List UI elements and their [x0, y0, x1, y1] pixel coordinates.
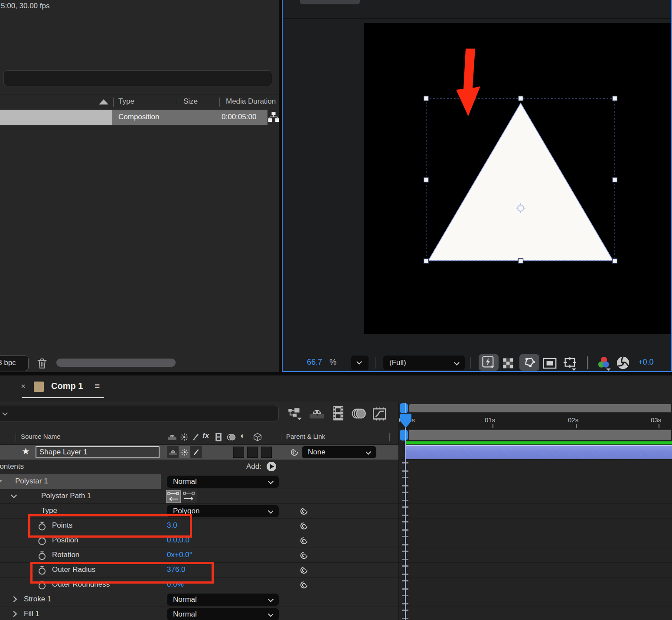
composition-canvas[interactable] — [283, 0, 672, 353]
contents-label: Contents — [0, 462, 24, 470]
pick-whip-icon[interactable] — [290, 447, 299, 457]
column-source-name[interactable]: Source Name — [21, 433, 61, 440]
shy-guy-icon — [169, 449, 177, 456]
shy-guy-icon[interactable] — [309, 406, 325, 421]
layer-switch-box-1[interactable] — [233, 447, 244, 458]
trash-icon[interactable] — [36, 357, 48, 370]
current-time-indicator-line[interactable] — [405, 427, 406, 620]
motion-blur-icon[interactable] — [351, 406, 367, 421]
panel-gap-vertical[interactable] — [279, 0, 282, 372]
project-item-meta-cell[interactable]: Composition 0:00:05:00 — [112, 110, 267, 125]
path-direction-right-button[interactable] — [182, 490, 197, 503]
render-progress-bar — [406, 441, 672, 444]
composition-info-text: 5:00, 30.00 fps — [1, 2, 49, 10]
panel-menu-icon[interactable]: ≡ — [95, 381, 100, 391]
row-contents[interactable]: Contents Add: — [0, 460, 672, 474]
flowchart-icon[interactable] — [288, 407, 304, 421]
column-size[interactable]: Size — [183, 97, 198, 106]
pick-whip-icon[interactable] — [299, 565, 309, 575]
type-label: Type — [41, 506, 57, 515]
quality-slash-icon — [193, 448, 200, 456]
pick-whip-icon[interactable] — [299, 550, 309, 561]
stroke-blend-dropdown[interactable]: Normal — [167, 594, 279, 606]
checkerboard-icon[interactable] — [502, 357, 514, 369]
project-item-name-cell[interactable] — [0, 110, 112, 125]
flowchart-icon[interactable] — [268, 112, 279, 122]
playhead-top-marker[interactable] — [405, 403, 406, 413]
path-direction-left-button[interactable] — [166, 490, 181, 503]
pick-whip-icon[interactable] — [299, 535, 309, 546]
parent-dropdown[interactable]: None — [302, 446, 376, 458]
row-stroke-1[interactable]: Stroke 1 Normal — [0, 592, 672, 607]
work-area-bar[interactable] — [409, 430, 671, 440]
timeline-search-input[interactable] — [0, 405, 279, 421]
timeline-tab-bar: × Comp 1 ≡ — [0, 375, 672, 401]
shutter-icon[interactable] — [616, 356, 630, 370]
layer-duration-bar[interactable] — [406, 445, 672, 459]
fast-previews-button[interactable] — [479, 354, 499, 371]
rgb-channels-icon[interactable] — [597, 356, 611, 371]
timeline-tab-title[interactable]: Comp 1 — [51, 381, 83, 391]
time-ruler[interactable]: 0:00s 01s 02s 03s — [399, 413, 672, 429]
rotation-value[interactable]: 0x+0.0° — [167, 551, 192, 559]
magnification-dropdown-button[interactable] — [351, 356, 369, 370]
sun-icon — [181, 448, 189, 456]
sort-ascending-icon[interactable] — [99, 99, 108, 104]
layer-switch-box-3[interactable] — [261, 447, 272, 458]
column-type[interactable]: Type — [118, 97, 134, 106]
polystar-label: Polystar 1 — [15, 477, 48, 486]
row-fill-1[interactable]: Fill 1 Normal — [0, 607, 672, 620]
column-media-duration[interactable]: Media Duration — [226, 97, 276, 106]
guides-icon[interactable] — [562, 356, 578, 371]
timeline-horizontal-scrollbar[interactable] — [409, 404, 671, 412]
column-parent-link[interactable]: Parent & Link — [286, 433, 325, 440]
layer-quality-switch[interactable] — [190, 446, 202, 458]
play-circle-icon[interactable] — [266, 461, 277, 472]
pick-whip-icon[interactable] — [299, 521, 309, 531]
stopwatch-icon[interactable] — [37, 550, 47, 561]
work-area-start-handle[interactable] — [400, 430, 408, 441]
sun-icon — [180, 433, 189, 441]
magnification-unit: % — [329, 358, 336, 367]
project-item-row[interactable]: Composition 0:00:05:00 — [0, 110, 279, 125]
work-area-start-cap[interactable] — [400, 403, 408, 413]
filmstrip-icon[interactable] — [331, 405, 346, 422]
row-rotation[interactable]: Rotation 0x+0.0° — [0, 548, 672, 563]
layer-switch-box-2[interactable] — [247, 447, 258, 458]
timeline-panel-divider[interactable] — [398, 402, 399, 620]
ruler-label-01s: 01s — [485, 416, 495, 424]
pick-whip-icon[interactable] — [299, 506, 309, 516]
layer-collapse-switch[interactable] — [179, 446, 190, 458]
magnification-value[interactable]: 66.7 — [307, 358, 322, 367]
quality-slash-icon — [192, 433, 200, 441]
star-icon: ★ — [22, 446, 30, 457]
project-horizontal-scrollbar[interactable] — [56, 359, 176, 367]
shape-path-icon — [522, 356, 536, 369]
row-polystar-1[interactable]: Polystar 1 Normal — [0, 474, 672, 489]
layer-name-field[interactable]: Shape Layer 1 — [36, 446, 160, 458]
panel-gap-horizontal[interactable] — [0, 372, 672, 375]
layer-shy-switch[interactable] — [167, 446, 179, 458]
row-polystar-path-1[interactable]: Polystar Path 1 — [0, 489, 672, 504]
twirl-down-icon[interactable] — [11, 492, 17, 498]
project-search-input[interactable] — [3, 70, 272, 86]
current-time-indicator-head[interactable] — [400, 414, 411, 428]
blend-mode-dropdown[interactable]: Normal — [167, 476, 279, 488]
exposure-value[interactable]: +0.0 — [638, 358, 654, 367]
mask-path-visibility-button[interactable] — [519, 354, 539, 371]
ruler-label-02s: 02s — [568, 416, 578, 424]
stroke-label: Stroke 1 — [24, 595, 51, 604]
bpc-button[interactable]: 8 bpc — [0, 356, 29, 371]
after-effects-window: 5:00, 30.00 fps Type Size Media Duration… — [0, 0, 672, 620]
parent-value: None — [308, 448, 326, 457]
region-of-interest-icon[interactable] — [543, 358, 557, 369]
fill-blend-dropdown[interactable]: Normal — [167, 608, 279, 620]
resolution-dropdown[interactable]: (Full) — [383, 356, 465, 370]
twirl-right-icon[interactable] — [11, 596, 17, 602]
twirl-right-icon[interactable] — [11, 611, 17, 617]
close-icon[interactable]: × — [21, 382, 26, 391]
pick-whip-icon[interactable] — [299, 580, 309, 590]
add-label: Add: — [246, 462, 261, 471]
graph-editor-icon[interactable] — [372, 406, 388, 422]
project-panel: 5:00, 30.00 fps Type Size Media Duration… — [0, 0, 279, 372]
